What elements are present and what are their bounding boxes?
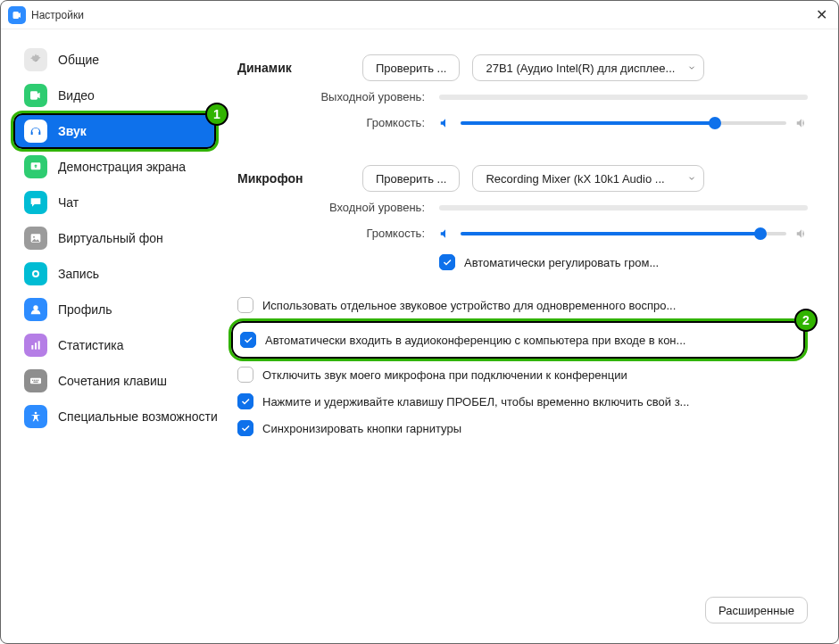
option-checkbox-row[interactable]: Автоматически входить в аудиоконференцию… bbox=[240, 326, 796, 353]
accessibility-icon bbox=[24, 405, 47, 428]
mic-volume-slider[interactable] bbox=[439, 227, 808, 240]
checkbox-label: Синхронизировать кнопки гарнитуры bbox=[262, 422, 461, 435]
svg-point-6 bbox=[33, 305, 37, 310]
checkbox-icon bbox=[237, 367, 253, 383]
checkbox-icon bbox=[237, 420, 253, 436]
image-icon bbox=[24, 227, 47, 250]
svg-rect-11 bbox=[32, 380, 33, 381]
titlebar: Настройки ✕ bbox=[1, 1, 838, 29]
speaker-device-select[interactable]: 27B1 (Аудио Intel(R) для дисплее... bbox=[472, 54, 704, 81]
sidebar-item-label: Виртуальный фон bbox=[58, 231, 163, 245]
sidebar-item-label: Сочетания клавиш bbox=[58, 374, 167, 388]
auto-adjust-volume-row[interactable]: Автоматически регулировать гром... bbox=[237, 249, 808, 276]
gear-icon bbox=[24, 48, 47, 71]
checkbox-icon bbox=[237, 297, 253, 313]
output-level-label: Выходной уровень: bbox=[237, 90, 439, 103]
option-checkbox-row[interactable]: Отключить звук моего микрофона при подкл… bbox=[237, 361, 808, 388]
user-icon bbox=[24, 298, 47, 321]
svg-rect-13 bbox=[36, 380, 37, 381]
input-level-label: Входной уровень: bbox=[237, 201, 439, 214]
volume-low-icon bbox=[439, 227, 452, 240]
sidebar-item-video[interactable]: Видео bbox=[13, 78, 216, 113]
sidebar-item-access[interactable]: Специальные возможности bbox=[13, 399, 216, 434]
sidebar-item-chat[interactable]: Чат bbox=[13, 185, 216, 220]
svg-point-3 bbox=[33, 236, 35, 238]
tutorial-badge: 1 bbox=[205, 103, 228, 126]
sidebar-item-profile[interactable]: Профиль bbox=[13, 292, 216, 327]
speaker-level-meter bbox=[439, 95, 808, 100]
sidebar-item-label: Чат bbox=[58, 195, 79, 210]
mic-level-meter bbox=[439, 205, 808, 211]
sidebar-item-audio[interactable]: Звук1 bbox=[13, 113, 216, 149]
volume-low-icon bbox=[439, 117, 452, 129]
checkbox-icon bbox=[237, 393, 253, 409]
advanced-button[interactable]: Расширенные bbox=[705, 597, 808, 623]
checkbox-label: Использовать отдельное звуковое устройст… bbox=[262, 299, 676, 312]
mic-heading: Микрофон bbox=[237, 171, 362, 186]
tutorial-badge: 2 bbox=[794, 309, 818, 332]
svg-rect-15 bbox=[33, 382, 37, 383]
mic-volume-label: Громкость: bbox=[237, 227, 439, 240]
sidebar-item-label: Запись bbox=[58, 267, 99, 281]
mic-device-select[interactable]: Recording Mixer (kX 10k1 Audio ... bbox=[472, 165, 704, 192]
checkbox-icon bbox=[439, 254, 455, 270]
speaker-heading: Динамик bbox=[237, 61, 362, 75]
record-icon bbox=[24, 262, 47, 285]
sidebar-item-label: Специальные возможности bbox=[58, 409, 218, 424]
sidebar-item-record[interactable]: Запись bbox=[13, 256, 216, 292]
sidebar-item-stats[interactable]: Статистика bbox=[13, 327, 216, 363]
sidebar-item-label: Статистика bbox=[58, 338, 124, 352]
svg-rect-7 bbox=[31, 345, 33, 350]
share-icon bbox=[24, 155, 47, 178]
sidebar: ОбщиеВидеоЗвук1Демонстрация экранаЧатВир… bbox=[1, 29, 228, 643]
tutorial-highlight: Автоматически входить в аудиоконференцию… bbox=[228, 318, 808, 361]
chevron-down-icon bbox=[687, 63, 696, 72]
svg-rect-14 bbox=[37, 380, 38, 381]
window-title: Настройки bbox=[31, 9, 84, 21]
checkbox-label: Нажмите и удерживайте клавишу ПРОБЕЛ, чт… bbox=[262, 395, 689, 409]
sidebar-item-vbg[interactable]: Виртуальный фон bbox=[13, 220, 216, 256]
sidebar-item-label: Демонстрация экрана bbox=[58, 160, 186, 174]
test-speaker-button[interactable]: Проверить ... bbox=[362, 54, 460, 81]
option-checkbox-row[interactable]: Нажмите и удерживайте клавишу ПРОБЕЛ, чт… bbox=[237, 388, 808, 415]
sidebar-item-label: Профиль bbox=[58, 302, 112, 317]
sidebar-item-shortcuts[interactable]: Сочетания клавиш bbox=[13, 363, 216, 399]
sidebar-item-share[interactable]: Демонстрация экрана bbox=[13, 149, 216, 185]
close-button[interactable]: ✕ bbox=[812, 6, 831, 23]
svg-rect-9 bbox=[38, 341, 40, 349]
headphones-icon bbox=[24, 120, 47, 143]
sidebar-item-general[interactable]: Общие bbox=[13, 42, 216, 78]
sidebar-item-label: Общие bbox=[58, 53, 99, 67]
volume-high-icon bbox=[795, 117, 808, 129]
main-panel: Динамик Проверить ... 27B1 (Аудио Intel(… bbox=[228, 29, 838, 643]
settings-window: Настройки ✕ ОбщиеВидеоЗвук1Демонстрация … bbox=[0, 0, 839, 644]
option-checkbox-row[interactable]: Использовать отдельное звуковое устройст… bbox=[237, 292, 808, 318]
option-checkbox-row[interactable]: Синхронизировать кнопки гарнитуры bbox=[237, 415, 808, 442]
checkbox-label: Автоматически входить в аудиоконференцию… bbox=[265, 334, 685, 347]
chevron-down-icon bbox=[687, 174, 696, 183]
checkbox-icon bbox=[240, 332, 256, 348]
speaker-volume-label: Громкость: bbox=[237, 116, 439, 129]
bars-icon bbox=[24, 334, 47, 357]
checkbox-label: Отключить звук моего микрофона при подкл… bbox=[262, 368, 627, 382]
test-mic-button[interactable]: Проверить ... bbox=[362, 165, 460, 192]
keyboard-icon bbox=[24, 369, 47, 392]
speaker-volume-slider[interactable] bbox=[439, 117, 808, 129]
app-icon bbox=[8, 6, 26, 24]
video-icon bbox=[24, 84, 47, 107]
svg-point-5 bbox=[34, 272, 37, 276]
svg-rect-8 bbox=[35, 343, 37, 349]
volume-high-icon bbox=[795, 227, 808, 240]
chat-icon bbox=[24, 191, 47, 214]
sidebar-item-label: Звук bbox=[58, 124, 87, 138]
svg-rect-12 bbox=[34, 380, 35, 381]
sidebar-item-label: Видео bbox=[58, 88, 95, 103]
svg-point-16 bbox=[35, 412, 37, 415]
